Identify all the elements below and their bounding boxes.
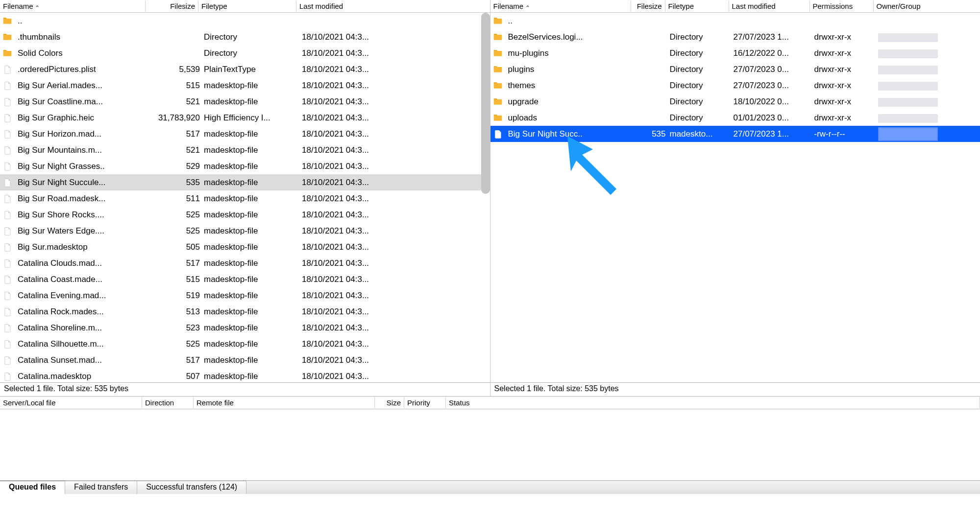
file-row[interactable]: Big Sur Coastline.ma...521madesktop-file… xyxy=(0,94,490,110)
file-row[interactable]: pluginsDirectory27/07/2023 0...drwxr-xr-… xyxy=(490,61,980,77)
file-row[interactable]: Big Sur Night Succ..535madeskto...27/07/… xyxy=(490,126,980,142)
file-row[interactable]: Big Sur Shore Rocks....525madesktop-file… xyxy=(0,207,490,223)
col-permissions[interactable]: Permissions xyxy=(810,0,874,12)
file-modified: 27/07/2023 0... xyxy=(732,65,812,74)
file-row[interactable]: Catalina Clouds.mad...517madesktop-file1… xyxy=(0,255,490,271)
col-filetype[interactable]: Filetype xyxy=(198,0,296,12)
file-permissions: drwxr-xr-x xyxy=(812,97,876,107)
remote-pane: Filename Filesize Filetype Last modified… xyxy=(490,0,980,396)
file-modified: 18/10/2021 04:3... xyxy=(300,242,398,252)
folder-icon xyxy=(2,32,13,43)
file-row[interactable]: Big Sur.madesktop505madesktop-file18/10/… xyxy=(0,239,490,255)
file-icon xyxy=(2,323,13,333)
col-filesize[interactable]: Filesize xyxy=(146,0,198,12)
file-modified: 18/10/2021 04:3... xyxy=(300,226,398,236)
col-modified[interactable]: Last modified xyxy=(729,0,810,12)
file-size: 511 xyxy=(148,194,202,204)
file-type: madesktop-file xyxy=(202,355,300,365)
file-type: Directory xyxy=(668,48,732,58)
file-row[interactable]: .orderedPictures.plist5,539PlainTextType… xyxy=(0,61,490,77)
file-modified: 18/10/2021 04:3... xyxy=(300,113,398,123)
file-row[interactable]: Big Sur Aerial.mades...515madesktop-file… xyxy=(0,77,490,94)
queue-body[interactable] xyxy=(0,409,980,480)
folder-icon xyxy=(492,48,503,59)
file-modified: 01/01/2023 0... xyxy=(732,113,812,123)
file-row[interactable]: Big Sur Graphic.heic31,783,920High Effic… xyxy=(0,110,490,126)
col-filesize[interactable]: Filesize xyxy=(631,0,665,12)
col-direction[interactable]: Direction xyxy=(142,397,194,408)
file-row[interactable]: Big Sur Night Grasses..529madesktop-file… xyxy=(0,158,490,174)
file-icon xyxy=(2,80,13,91)
file-row[interactable]: Catalina Rock.mades...513madesktop-file1… xyxy=(0,304,490,320)
file-modified: 18/10/2021 04:3... xyxy=(300,275,398,284)
file-name: Big Sur Mountains.m... xyxy=(16,145,148,155)
file-row[interactable]: Big Sur Road.madesk...511madesktop-file1… xyxy=(0,190,490,207)
file-row[interactable]: Catalina Coast.made...515madesktop-file1… xyxy=(0,271,490,287)
folder-icon xyxy=(2,16,13,26)
file-type: madesktop-file xyxy=(202,372,300,381)
file-name: .. xyxy=(16,16,148,26)
remote-file-list[interactable]: ..BezelServices.logi...Directory27/07/20… xyxy=(490,13,980,382)
file-row[interactable]: upgradeDirectory18/10/2022 0...drwxr-xr-… xyxy=(490,94,980,110)
file-row[interactable]: Big Sur Mountains.m...521madesktop-file1… xyxy=(0,142,490,158)
local-file-list[interactable]: ...thumbnailsDirectory18/10/2021 04:3...… xyxy=(0,13,490,382)
scrollbar[interactable] xyxy=(481,13,490,194)
file-modified: 18/10/2021 04:3... xyxy=(300,178,398,188)
file-name: Catalina Silhouette.m... xyxy=(16,339,148,349)
col-size[interactable]: Size xyxy=(375,397,404,408)
file-row[interactable]: Solid ColorsDirectory18/10/2021 04:3... xyxy=(0,45,490,61)
queue-headers: Server/Local file Direction Remote file … xyxy=(0,397,980,409)
file-row[interactable]: mu-pluginsDirectory16/12/2022 0...drwxr-… xyxy=(490,45,980,61)
file-row[interactable]: .thumbnailsDirectory18/10/2021 04:3... xyxy=(0,29,490,45)
file-row[interactable]: Big Sur Night Succule...535madesktop-fil… xyxy=(0,174,490,190)
file-size: 517 xyxy=(148,355,202,365)
folder-icon xyxy=(492,96,503,107)
file-name: Catalina Evening.mad... xyxy=(16,291,148,301)
file-modified: 18/10/2021 04:3... xyxy=(300,81,398,91)
file-type: Directory xyxy=(668,65,732,74)
col-priority[interactable]: Priority xyxy=(404,397,446,408)
file-row[interactable]: Big Sur Horizon.mad...517madesktop-file1… xyxy=(0,126,490,142)
parent-dir-row[interactable]: .. xyxy=(0,13,490,29)
local-status: Selected 1 file. Total size: 535 bytes xyxy=(0,382,490,396)
tab-successful[interactable]: Successful transfers (124) xyxy=(137,481,246,494)
col-filetype[interactable]: Filetype xyxy=(665,0,729,12)
file-row[interactable]: Big Sur Waters Edge....525madesktop-file… xyxy=(0,223,490,239)
folder-icon xyxy=(492,16,503,26)
tab-failed[interactable]: Failed transfers xyxy=(65,481,137,494)
file-icon xyxy=(2,210,13,220)
tab-queued[interactable]: Queued files xyxy=(0,481,65,494)
col-serverlocal[interactable]: Server/Local file xyxy=(0,397,142,408)
col-filename[interactable]: Filename xyxy=(490,0,631,12)
file-type: madesktop-file xyxy=(202,81,300,91)
file-icon xyxy=(492,129,503,140)
parent-dir-row[interactable]: .. xyxy=(490,13,980,29)
file-row[interactable]: BezelServices.logi...Directory27/07/2023… xyxy=(490,29,980,45)
file-icon xyxy=(2,113,13,123)
file-name: .thumbnails xyxy=(16,32,148,42)
file-row[interactable]: Catalina Shoreline.m...523madesktop-file… xyxy=(0,320,490,336)
file-type: Directory xyxy=(668,113,732,123)
col-remote[interactable]: Remote file xyxy=(194,397,375,408)
file-icon xyxy=(2,129,13,140)
file-owner xyxy=(876,113,940,123)
file-name: Big Sur Graphic.heic xyxy=(16,113,148,123)
file-row[interactable]: uploadsDirectory01/01/2023 0...drwxr-xr-… xyxy=(490,110,980,126)
file-modified: 18/10/2021 04:3... xyxy=(300,291,398,301)
file-row[interactable]: Catalina Evening.mad...519madesktop-file… xyxy=(0,287,490,304)
file-row[interactable]: Catalina.madesktop507madesktop-file18/10… xyxy=(0,368,490,382)
file-size: 519 xyxy=(148,291,202,301)
col-status[interactable]: Status xyxy=(446,397,980,408)
remote-headers: Filename Filesize Filetype Last modified… xyxy=(490,0,980,13)
file-row[interactable]: Catalina Silhouette.m...525madesktop-fil… xyxy=(0,336,490,352)
file-permissions: drwxr-xr-x xyxy=(812,113,876,123)
file-size: 521 xyxy=(148,145,202,155)
file-row[interactable]: Catalina Sunset.mad...517madesktop-file1… xyxy=(0,352,490,368)
file-modified: 18/10/2021 04:3... xyxy=(300,145,398,155)
file-size: 5,539 xyxy=(148,65,202,74)
col-modified[interactable]: Last modified xyxy=(296,0,490,12)
file-modified: 18/10/2021 04:3... xyxy=(300,32,398,42)
file-row[interactable]: themesDirectory27/07/2023 0...drwxr-xr-x xyxy=(490,77,980,94)
col-filename[interactable]: Filename xyxy=(0,0,146,12)
col-owner[interactable]: Owner/Group xyxy=(874,0,980,12)
